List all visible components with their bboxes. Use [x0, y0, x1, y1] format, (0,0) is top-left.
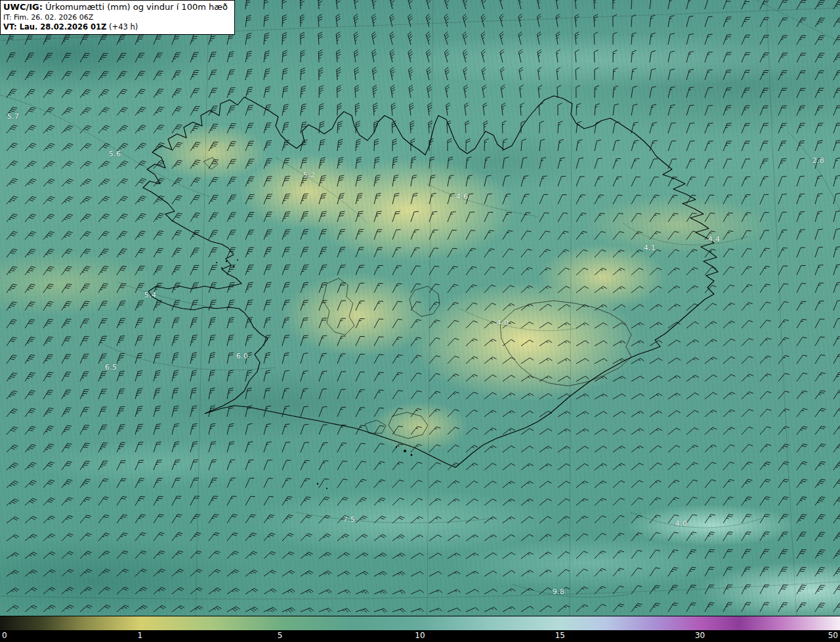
colorbar-tick-label: 50	[828, 631, 838, 640]
init-time: IT: Fim. 26. 02. 2026 06Z	[3, 13, 228, 22]
colorbar-tick-label: 5	[278, 631, 283, 640]
graticule	[0, 0, 840, 616]
offshore-islands	[216, 259, 413, 489]
colorbar-tick-label: 15	[555, 631, 565, 640]
colorbar-tick-label: 10	[415, 631, 425, 640]
colorbar-tick-label: 30	[695, 631, 705, 640]
colorbar-gradient	[0, 616, 840, 630]
iceland-coastline	[143, 96, 718, 467]
colorbar: 01510153050	[0, 616, 840, 642]
model-info-box: UWC/IG: Úrkomumætti (mm) og vindur í 100…	[0, 0, 235, 35]
map-overlay	[0, 0, 840, 616]
colorbar-tick-label: 0	[2, 631, 7, 640]
model-title: UWC/IG: Úrkomumætti (mm) og vindur í 100…	[3, 2, 228, 13]
colorbar-ticks: 01510153050	[0, 630, 840, 642]
valid-time: VT: Lau. 28.02.2026 01Z (+43 h)	[3, 22, 228, 32]
wind-barbs	[7, 0, 840, 612]
weather-map-stage: 5.75.65.24.62.84.44.15.46.56.04.07.54.09…	[0, 0, 840, 642]
glacier-outlines	[203, 158, 631, 439]
colorbar-tick-label: 1	[138, 631, 143, 640]
map-canvas: 5.75.65.24.62.84.44.15.46.56.04.07.54.09…	[0, 0, 840, 616]
contour-lines	[0, 92, 840, 597]
